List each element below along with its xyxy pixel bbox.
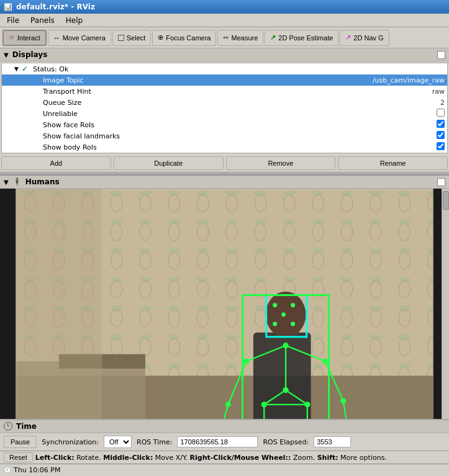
menu-bar: File Panels Help [0,14,449,27]
displays-tree[interactable]: ▼ ✓ Status: Ok Image Topic /usb_cam/imag… [1,63,448,153]
time-controls: Pause Synchronization: Off ROS Time: ROS… [0,433,449,451]
camera-visibility-checkbox[interactable] [437,178,445,186]
remove-button[interactable]: Remove [226,156,336,170]
time-clock-icon [4,422,12,431]
main-area: ▼ Displays ▼ ✓ Status: Ok Image Topic [0,48,449,451]
pose-estimate-button[interactable]: ↗ 2D Pose Estimate [265,30,338,46]
displays-visibility-checkbox[interactable] [437,51,445,59]
show-facial-landmarks-checkbox[interactable] [437,131,445,139]
focus-camera-icon: ⊕ [158,34,163,42]
title-bar: 📊 default.rviz* - RViz [0,0,449,14]
displays-title: Displays [12,50,48,59]
focus-camera-button[interactable]: ⊕ Focus Camera [152,30,216,46]
camera-header-title: Humans [25,177,60,186]
displays-resize-handle[interactable]: · · · [0,172,449,174]
tree-row[interactable]: Image Topic /usb_cam/image_raw [2,74,447,86]
camera-scrollbar-thumb[interactable] [443,191,449,210]
show-face-rois-checkbox[interactable] [437,120,445,128]
reset-button[interactable]: Reset [4,452,33,462]
measure-button[interactable]: ⇿ Measure [217,30,263,46]
move-camera-button[interactable]: ↔ Move Camera [48,30,111,46]
bottom-bar-clock-icon: 🕙 [4,467,11,474]
move-camera-icon: ↔ [53,34,60,42]
tree-row[interactable]: Queue Size 2 [2,97,447,108]
toolbar: ☞ Interact ↔ Move Camera Select ⊕ Focus … [0,27,449,48]
select-button[interactable]: Select [112,30,152,46]
status-bar: Reset Left-Click: Rotate. Middle-Click: … [0,451,449,464]
svg-rect-6 [16,189,102,419]
bottom-bar-time: Thu 10:06 PM [14,466,60,474]
unreliable-checkbox[interactable] [437,109,445,117]
add-button[interactable]: Add [1,156,111,170]
menu-file[interactable]: File [2,14,24,27]
camera-humans-icon: 🕴 [12,177,22,186]
nav-goal-icon: ↗ [345,34,351,42]
displays-panel: ▼ Displays ▼ ✓ Status: Ok Image Topic [0,48,449,176]
menu-panels[interactable]: Panels [26,14,59,27]
sync-select[interactable]: Off [104,436,132,448]
tree-row[interactable]: Transport Hint raw [2,86,447,97]
camera-header: ▼ 🕴 Humans [0,176,449,189]
time-header-title: Time [16,422,37,431]
svg-point-14 [291,321,295,326]
pose-estimate-icon: ↗ [270,34,276,42]
camera-expand-arrow[interactable]: ▼ [4,179,9,186]
bottom-bar: 🕙 Thu 10:06 PM [0,464,449,476]
svg-point-12 [281,312,286,317]
title-bar-text: default.rviz* - RViz [16,2,95,11]
camera-scene-svg [0,189,449,419]
time-header: Time [0,420,449,433]
svg-point-11 [291,303,295,307]
tree-row[interactable]: Show face RoIs [2,119,447,130]
displays-expand-arrow[interactable]: ▼ [4,52,9,58]
svg-point-13 [273,321,277,326]
ros-time-label: ROS Time: [137,438,172,446]
menu-help[interactable]: Help [61,14,87,27]
title-bar-icon: 📊 [4,3,12,11]
interact-icon: ☞ [9,34,15,42]
rename-button[interactable]: Rename [338,156,448,170]
status-hint: Left-Click: Rotate. Middle-Click: Move X… [35,454,387,462]
tree-row[interactable]: Show facial landmarks [2,130,447,141]
camera-view[interactable] [0,189,449,419]
select-icon [118,35,124,41]
displays-header: ▼ Displays [0,48,449,61]
svg-point-10 [273,303,277,307]
ros-time-input[interactable] [177,436,258,447]
sync-label: Synchronization: [42,438,99,446]
tree-row[interactable]: Unreliable [2,108,447,119]
displays-buttons: Add Duplicate Remove Rename [0,155,449,172]
duplicate-button[interactable]: Duplicate [114,156,224,170]
pause-button[interactable]: Pause [4,436,37,448]
camera-scrollbar[interactable] [442,189,449,419]
tree-row[interactable]: Show body RoIs [2,141,447,153]
interact-button[interactable]: ☞ Interact [2,30,47,46]
camera-panel: ▼ 🕴 Humans [0,176,449,419]
tree-expand-arrow[interactable]: ▼ [14,66,22,72]
time-panel: Time Pause Synchronization: Off ROS Time… [0,419,449,451]
ros-elapsed-label: ROS Elapsed: [263,438,309,446]
nav-goal-button[interactable]: ↗ 2D Nav G [340,30,389,46]
tree-row[interactable]: ▼ ✓ Status: Ok [2,63,447,74]
show-body-rois-checkbox[interactable] [437,142,445,150]
measure-icon: ⇿ [223,34,229,42]
ros-elapsed-input[interactable] [314,436,351,447]
